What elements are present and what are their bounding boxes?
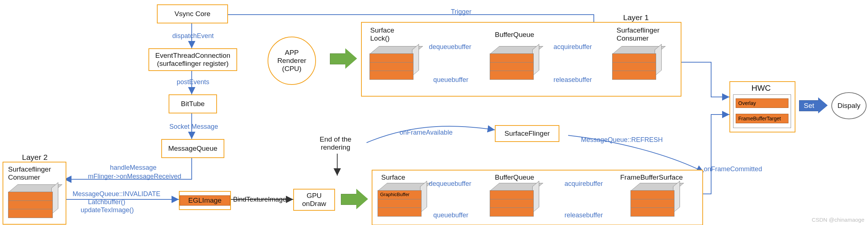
hwc-inner: Overlay FrameBufferTarget xyxy=(733,94,791,128)
vsync-core-label: Vsync Core xyxy=(174,10,210,18)
row2-surface-cube: GraphicBuffer xyxy=(378,183,421,216)
row2-bq-label: BufferQueue xyxy=(495,173,534,181)
post-events-label: postEvents xyxy=(177,78,209,86)
event-thread-connection-box: EventThreadConnection (surfaceflinger re… xyxy=(148,48,237,71)
end-rendering-label: End of the rendering xyxy=(320,135,352,151)
hwc-overlay-text: Overlay xyxy=(738,100,756,106)
app-r-l3: (CPU) xyxy=(282,65,302,73)
set-label: Set xyxy=(804,102,814,110)
r1-c-l2: Consumer xyxy=(617,34,659,42)
r1-release-label: releasebuffer xyxy=(553,76,592,84)
trigger-label: Trigger xyxy=(451,8,471,16)
row1-consumer-labels: Surfaceflinger Consumer xyxy=(617,26,659,42)
etc-l1: EventThreadConnection xyxy=(155,52,231,60)
message-queue-box: MessageQueue xyxy=(161,139,224,158)
handle-message-label: handleMessage xyxy=(110,164,157,172)
row2-surface-label: Surface xyxy=(381,173,405,181)
row1-surface-labels: Surface Lock() xyxy=(370,26,394,42)
layer1-title: Layer 1 xyxy=(623,13,649,22)
app-renderer-circle: APP Renderer (CPU) xyxy=(268,37,316,85)
hwc-overlay-bar: Overlay xyxy=(736,98,788,108)
hwc-title: HWC xyxy=(751,83,771,93)
on-message-received-label: mFlinger->onMessageReceived xyxy=(88,173,181,180)
mq-invalidate-label: MessageQueue::INVALIDATE xyxy=(73,190,160,198)
mq-label: MessageQueue xyxy=(168,145,217,153)
r1-dequeue-label: dequeuebuffer xyxy=(429,43,471,51)
gpu-l1: GPU xyxy=(306,192,321,200)
layer2-consumer-cube xyxy=(8,184,52,217)
eglimage-bar: EGLImage xyxy=(180,195,230,206)
r1-surface-l1: Surface xyxy=(370,26,394,34)
layer2-consumer-labels: Surfaceflinger Consumer xyxy=(8,165,51,181)
bind-texture-image-label: BindTextureImage xyxy=(233,196,286,203)
sf-label: SurfaceFlinger xyxy=(504,130,550,138)
r1-surface-l2: Lock() xyxy=(370,34,394,42)
hwc-fbt-bar: FrameBufferTarget xyxy=(736,114,788,123)
mq-refresh-label: MessageQueue::REFRESH xyxy=(581,136,663,144)
r2-queue-label: queuebuffer xyxy=(433,211,468,219)
r1-acquire-label: acquirebuffer xyxy=(553,43,592,51)
row2-fbs-cube xyxy=(630,183,674,216)
r2-release-label: releasebuffer xyxy=(564,211,603,219)
eglimage-box: EGLImage xyxy=(179,191,231,210)
etc-l2: (surfaceflinger register) xyxy=(157,60,228,68)
hwc-fbt-text: FrameBufferTarget xyxy=(738,116,781,121)
r1-queue-label: queuebuffer xyxy=(433,76,468,84)
watermark: CSDN @chinamaoge xyxy=(812,217,864,223)
row1-bq-cube xyxy=(490,46,533,79)
graphicbuffer-label: GraphicBuffer xyxy=(380,192,409,197)
display-ellipse: Dispaly xyxy=(831,92,867,119)
layer2-title: Layer 2 xyxy=(22,153,48,162)
on-frame-available-label: onFrameAvailable xyxy=(400,129,453,136)
display-label: Dispaly xyxy=(838,102,860,110)
latchbuffer-label: Latchbuffer() xyxy=(88,198,125,206)
row1-bq-label: BufferQueue xyxy=(495,31,534,39)
app-r-l2: Renderer xyxy=(277,57,306,65)
vsync-core-box: Vsync Core xyxy=(157,4,228,23)
bittube-label: BitTube xyxy=(181,100,205,108)
row2-bq-cube xyxy=(490,183,533,216)
r2-dequeue-label: dequeuebuffer xyxy=(429,180,471,188)
row1-consumer-cube xyxy=(612,46,655,79)
dispatch-event-label: dispatchEvent xyxy=(172,32,214,40)
r1-c-l1: Surfaceflinger xyxy=(617,26,659,34)
gpu-ondraw-box: GPU onDraw xyxy=(293,189,335,211)
surfaceflinger-box: SurfaceFlinger xyxy=(495,125,559,142)
app-r-l1: APP xyxy=(285,49,299,57)
layer2-c-l1: Surfaceflinger xyxy=(8,165,51,173)
eglimage-text: EGLImage xyxy=(188,196,222,204)
row1-surface-cube xyxy=(369,46,413,79)
on-frame-committed-label: onFrameCommitted xyxy=(704,165,762,173)
layer2-c-l2: Consumer xyxy=(8,173,51,181)
eor-l2: rendering xyxy=(320,143,352,151)
eor-l1: End of the xyxy=(320,135,352,143)
bittube-box: BitTube xyxy=(169,94,217,113)
gpu-l2: onDraw xyxy=(302,200,326,208)
update-tex-image-label: updateTexImage() xyxy=(81,206,134,214)
socket-message-label: Socket Message xyxy=(169,123,218,131)
row2-fbs-label: FrameBufferSurface xyxy=(620,173,683,181)
r2-acquire-label: acquirebuffer xyxy=(564,180,603,188)
